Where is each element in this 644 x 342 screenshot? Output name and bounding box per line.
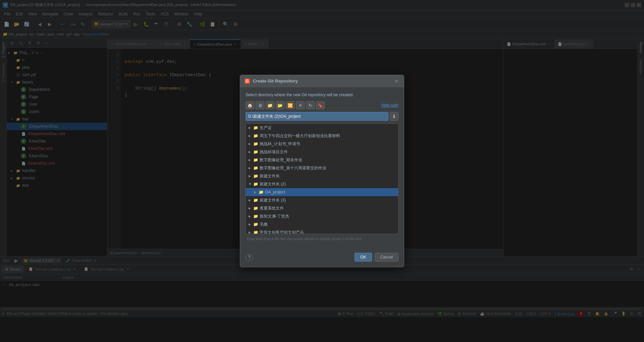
dialog-description: Select directory where the new Git repos… <box>246 93 398 97</box>
dialog-body: Select directory where the new Git repos… <box>240 87 404 250</box>
dialog-new-folder-button[interactable]: 📁 <box>266 101 274 109</box>
dt-item-1[interactable]: ▶ 📁 周五下午四点交到一楼大厅创新创业比赛材料 <box>246 132 398 140</box>
dt-item-11[interactable]: ▶ 📁 毛概 <box>246 220 398 228</box>
git-dialog-icon: G <box>244 78 250 84</box>
git-repository-dialog: G Create Git Repository ✕ Select directo… <box>240 75 404 267</box>
browse-button[interactable]: ⬇ <box>390 112 398 121</box>
cancel-button[interactable]: Cancel <box>375 253 398 262</box>
dialog-bookmark-button[interactable]: 🔖 <box>316 101 325 109</box>
dialog-title-text: Create Git Repository <box>253 78 393 83</box>
dialog-home-button[interactable]: 🏠 <box>246 101 254 109</box>
dt-item-oa-project[interactable]: ▶ 📁 OA_project <box>246 188 398 196</box>
dt-item-7[interactable]: ▼ 📁 新建文件夹 (2) <box>246 180 398 188</box>
path-input-row: ⬇ <box>246 112 398 121</box>
dt-item-6[interactable]: ▶ 📁 新建文件夹 <box>246 172 398 180</box>
dt-item-10[interactable]: ▶ 📁 殷契文渊-丁世杰 <box>246 212 398 220</box>
dialog-hint: Drag and drop a file into the space abov… <box>246 237 398 241</box>
dialog-toolbar: 🏠 🖥 📁 📂 🔀 ✕ ↻ 🔖 Hide path <box>246 101 398 109</box>
dialog-delete-button[interactable]: ✕ <box>296 101 305 109</box>
dialog-move-button[interactable]: 🔀 <box>286 101 294 109</box>
dialog-refresh-button[interactable]: ↻ <box>306 101 315 109</box>
dialog-desktop-button[interactable]: 🖥 <box>256 101 264 109</box>
dialog-tree[interactable]: ▶ 📁 生产证 ▶ 📁 周五下午四点交到一楼大厅创新创业比赛材料 ▶ 📁 挑战杯… <box>246 123 398 234</box>
dt-item-3[interactable]: ▶ 📁 挑战杯项目文件 <box>246 148 398 156</box>
path-input-field[interactable] <box>246 112 388 121</box>
help-button[interactable]: ? <box>246 253 253 261</box>
dt-item-9[interactable]: ▶ 📁 查重系统文件 <box>246 204 398 212</box>
hide-path-button[interactable]: Hide path <box>381 103 398 108</box>
dialog-footer: ? OK Cancel <box>240 250 404 267</box>
dt-item-4[interactable]: ▶ 📁 数字图像处理_期末作业 <box>246 156 398 164</box>
dt-item-8[interactable]: ▶ 📁 新建文件夹 (3) <box>246 196 398 204</box>
dialog-folder2-button[interactable]: 📂 <box>276 101 284 109</box>
dt-item-5[interactable]: ▶ 📁 数字图像处理_第十六周需要交的作业 <box>246 164 398 172</box>
dt-item-0[interactable]: ▶ 📁 生产证 <box>246 124 398 132</box>
dialog-close-button[interactable]: ✕ <box>393 78 400 84</box>
svg-text:G: G <box>246 79 249 83</box>
dt-item-12[interactable]: ▶ 📁 甲骨文创客空间文创产品 <box>246 228 398 234</box>
dt-item-2[interactable]: ▶ 📁 挑战杯_计划书_申请书 <box>246 140 398 148</box>
modal-overlay: G Create Git Repository ✕ Select directo… <box>0 0 644 342</box>
dialog-title-bar: G Create Git Repository ✕ <box>240 75 404 87</box>
ok-button[interactable]: OK <box>355 253 372 262</box>
